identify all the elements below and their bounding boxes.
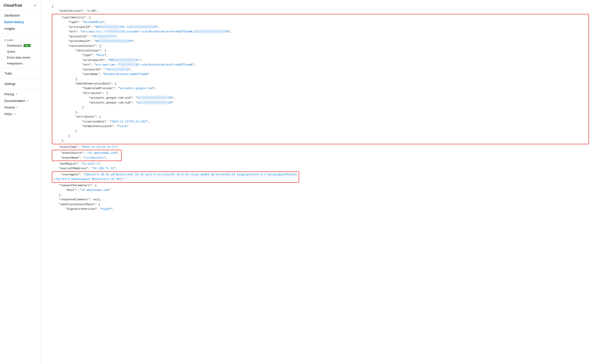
sidebar-item-forums[interactable]: Forums ↗ (0, 104, 41, 111)
sidebar-item-pricing[interactable]: Pricing ↗ (0, 91, 41, 98)
sidebar-item-insights[interactable]: Insights (0, 25, 41, 32)
sidebar-item-dashboard[interactable]: Dashboard (0, 12, 41, 19)
sidebar-item-event-history[interactable]: Event history (0, 19, 41, 25)
external-link-icon: ↗ (13, 113, 15, 116)
sub-item-label: Event data stores (7, 56, 30, 59)
sidebar-item-query[interactable]: Query (0, 48, 41, 55)
sidebar-item-label: Insights (4, 27, 15, 30)
sidebar-item-label: Trails (4, 72, 12, 75)
sidebar-item-trails[interactable]: Trails (0, 70, 41, 77)
nav-divider-1 (0, 34, 41, 34)
sidebar-item-faqs[interactable]: FAQs ↗ (0, 111, 41, 117)
json-viewer: { "eventVersion": "1.09", "userIdentity"… (45, 2, 596, 214)
external-link-icon: ↗ (27, 100, 28, 102)
sidebar-item-label: Settings (4, 82, 16, 86)
sub-item-label: Query (7, 50, 15, 53)
new-badge: New (24, 44, 30, 47)
sidebar-item-label: Documentation (4, 99, 25, 103)
sidebar-item-label: Event history (4, 20, 24, 24)
sidebar-item-label: Forums (4, 106, 15, 109)
sidebar-item-label: Dashboard (4, 14, 20, 17)
sidebar: CloudTrail × Dashboard Event history Ins… (0, 0, 41, 364)
lake-chevron-icon: ▾ (4, 38, 6, 42)
sidebar-item-documentation[interactable]: Documentation ↗ (0, 98, 41, 104)
nav-divider-2 (0, 68, 41, 68)
sidebar-item-dashboard-new[interactable]: Dashboard New (0, 43, 41, 48)
external-link-icon: ↗ (16, 106, 18, 109)
main-content: { "eventVersion": "1.09", "userIdentity"… (41, 0, 600, 364)
app-title: CloudTrail (4, 3, 22, 8)
sidebar-item-event-data-stores[interactable]: Event data stores (0, 55, 41, 60)
nav-divider-4 (0, 89, 41, 89)
json-content-area: { "eventVersion": "1.09", "userIdentity"… (41, 0, 600, 215)
nav-divider-3 (0, 79, 41, 79)
sub-item-label: Integrations (7, 62, 23, 65)
sidebar-item-integrations[interactable]: Integrations (0, 60, 41, 66)
sidebar-navigation: Dashboard Event history Insights ▾ Lake … (0, 10, 41, 119)
sidebar-close-button[interactable]: × (33, 3, 37, 8)
sidebar-section-lake: ▾ Lake (0, 36, 41, 43)
external-link-icon: ↗ (15, 93, 17, 96)
sidebar-item-settings[interactable]: Settings (0, 81, 41, 87)
sidebar-item-label: FAQs (4, 112, 12, 116)
sidebar-header: CloudTrail × (0, 0, 41, 10)
sidebar-item-label: Pricing (4, 92, 14, 96)
sub-item-label: Dashboard (7, 44, 22, 47)
section-label: Lake (7, 38, 13, 42)
